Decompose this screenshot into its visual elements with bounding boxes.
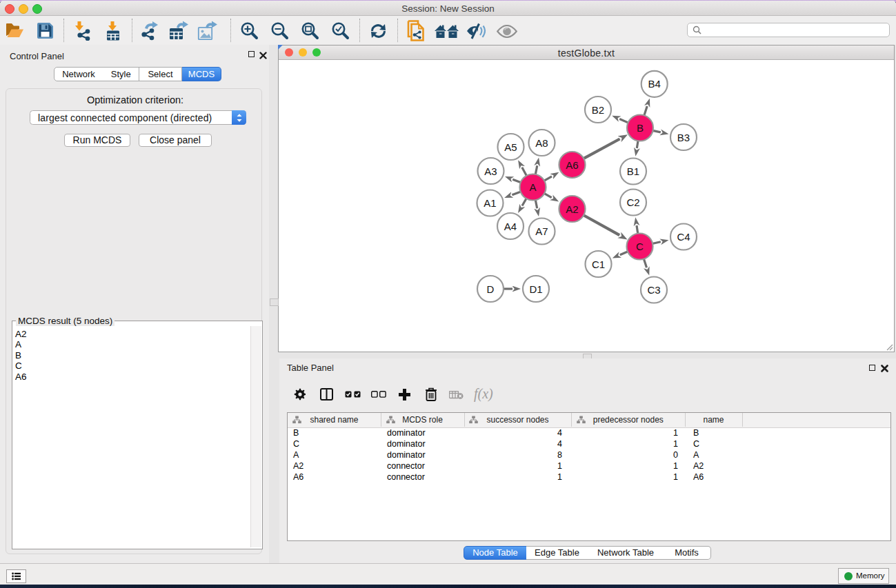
svg-text:C1: C1 [592, 258, 605, 270]
svg-text:C3: C3 [647, 284, 660, 296]
svg-text:D1: D1 [529, 283, 542, 295]
svg-text:B2: B2 [592, 104, 604, 116]
svg-text:A2: A2 [566, 203, 578, 215]
svg-text:C: C [636, 241, 644, 252]
svg-text:A7: A7 [535, 225, 548, 237]
svg-text:B1: B1 [627, 165, 639, 177]
svg-text:A6: A6 [566, 159, 578, 171]
svg-text:B3: B3 [677, 132, 690, 143]
svg-text:A3: A3 [484, 165, 497, 177]
svg-text:B: B [637, 122, 644, 134]
svg-text:A8: A8 [535, 137, 548, 149]
svg-text:C4: C4 [677, 231, 690, 243]
svg-text:C2: C2 [626, 196, 639, 208]
svg-text:A5: A5 [504, 141, 517, 153]
svg-text:A1: A1 [484, 197, 496, 209]
svg-text:A4: A4 [504, 221, 517, 232]
svg-text:D: D [487, 283, 495, 295]
svg-text:B4: B4 [648, 78, 661, 90]
svg-text:A: A [529, 181, 536, 193]
